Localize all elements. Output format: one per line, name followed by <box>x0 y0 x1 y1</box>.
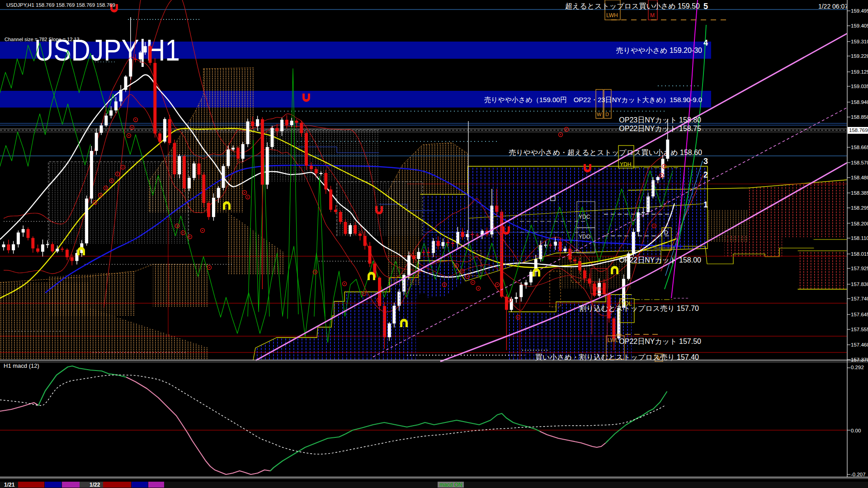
svg-text:158.769: 158.769 <box>849 127 868 133</box>
svg-text:158.295: 158.295 <box>851 205 868 211</box>
svg-text:157.645: 157.645 <box>851 312 868 317</box>
svg-text:LWH: LWH <box>606 12 618 19</box>
svg-text:157.740: 157.740 <box>851 296 868 301</box>
svg-text:超えるとストップロス買い小さめ 159.50: 超えるとストップロス買い小さめ 159.50 <box>565 2 700 10</box>
svg-text:157.555: 157.555 <box>851 327 868 332</box>
svg-text:159.220: 159.220 <box>851 53 868 59</box>
svg-text:-0.207: -0.207 <box>851 472 866 477</box>
svg-text:158.665: 158.665 <box>851 145 868 150</box>
svg-text:159.125: 159.125 <box>851 69 868 75</box>
svg-text:158.200: 158.200 <box>851 221 868 226</box>
svg-text:159.035: 159.035 <box>851 84 868 89</box>
svg-text:157.460: 157.460 <box>851 342 868 347</box>
svg-text:4: 4 <box>703 38 708 47</box>
svg-text:USDJPY,H1 158.769 158.769 158: USDJPY,H1 158.769 158.769 158.769 158.76… <box>6 2 115 8</box>
svg-text:LMH: LMH <box>592 286 604 292</box>
svg-text:売りやや小さめ 159.20-30: 売りやや小さめ 159.20-30 <box>616 47 702 54</box>
svg-text:158.570: 158.570 <box>851 160 868 165</box>
svg-text:159.405: 159.405 <box>851 23 868 28</box>
svg-text:M: M <box>650 12 655 19</box>
svg-text:YDH: YDH <box>620 161 631 168</box>
svg-text:157.370: 157.370 <box>851 357 868 362</box>
svg-text:LWL: LWL <box>608 337 618 343</box>
svg-text:YDO: YDO <box>579 234 590 240</box>
svg-text:W: W <box>597 112 602 117</box>
svg-text:OP22日NYカット 157.50: OP22日NYカット 157.50 <box>619 338 701 345</box>
svg-text:158.015: 158.015 <box>851 251 868 257</box>
svg-text:158.385: 158.385 <box>851 190 868 196</box>
svg-text:OP22日NYカット 158.75: OP22日NYカット 158.75 <box>619 125 701 132</box>
svg-text:0.00: 0.00 <box>851 428 861 433</box>
svg-text:157.830: 157.830 <box>851 282 868 287</box>
svg-text:159.310: 159.310 <box>851 39 868 44</box>
svg-text:H1 macd (12): H1 macd (12) <box>4 362 39 369</box>
svg-text:1: 1 <box>703 200 708 209</box>
svg-text:割り込むとストップロス売り 157.70: 割り込むとストップロス売り 157.70 <box>579 305 699 312</box>
svg-text:売りやや小さめ・超えるとストップロス買い小さめ 158.60: 売りやや小さめ・超えるとストップロス買い小さめ 158.60 <box>509 149 702 156</box>
svg-text:macd ON: macd ON <box>439 482 462 488</box>
svg-text:159.495: 159.495 <box>851 8 868 14</box>
svg-text:157.925: 157.925 <box>851 266 868 271</box>
svg-text:D: D <box>664 230 668 236</box>
svg-text:OP22日NYカット 158.00: OP22日NYカット 158.00 <box>619 256 701 264</box>
svg-text:1/22: 1/22 <box>90 482 100 488</box>
svg-text:5: 5 <box>703 2 708 11</box>
svg-text:1/21: 1/21 <box>4 482 15 488</box>
svg-text:3: 3 <box>703 157 708 166</box>
svg-text:158.850: 158.850 <box>851 114 868 120</box>
svg-text:売りやや小さめ（159.00円 OP22・23日NYカット大: 売りやや小さめ（159.00円 OP22・23日NYカット大きめ）158.90-… <box>484 96 702 103</box>
svg-text:0.292: 0.292 <box>851 365 864 370</box>
svg-text:158.940: 158.940 <box>851 99 868 105</box>
svg-text:158.480: 158.480 <box>851 175 868 180</box>
svg-text:OP23日NYカット 158.80: OP23日NYカット 158.80 <box>619 116 701 124</box>
svg-text:YDC: YDC <box>579 214 590 220</box>
svg-text:2: 2 <box>703 170 708 179</box>
svg-text:158.110: 158.110 <box>851 235 868 241</box>
svg-text:D: D <box>605 112 609 117</box>
svg-text:Channel size = 782 Slope = 12.: Channel size = 782 Slope = 12.13 <box>5 37 80 42</box>
